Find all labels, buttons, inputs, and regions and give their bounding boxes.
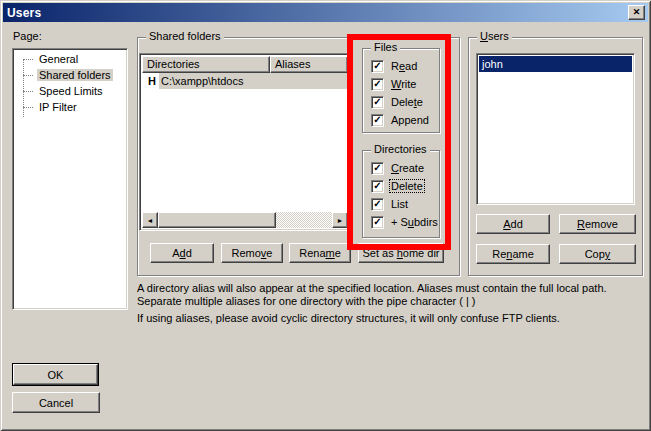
column-header-directories[interactable]: Directories [142, 56, 270, 73]
shared-folders-group-label: Shared folders [146, 30, 224, 42]
folder-rename-button[interactable]: Rename [289, 243, 351, 263]
directories-listview[interactable]: Directories Aliases H C:\xampp\htdocs ◄ … [139, 53, 351, 231]
user-copy-button[interactable]: Copy [559, 244, 636, 264]
users-dialog: Users ✕ Page: General Shared folders Spe… [0, 0, 651, 431]
checkbox-subdirs[interactable]: ✓ + Subdirs [363, 213, 439, 231]
checkbox-checked-icon: ✓ [371, 216, 384, 229]
alias-help-text: A directory alias will also appear at th… [137, 282, 645, 307]
files-group: Files ✓ Read ✓ Write ✓ Delete ✓ Append [362, 48, 440, 133]
user-remove-button[interactable]: Remove [559, 214, 636, 234]
checkbox-checked-icon: ✓ [371, 180, 384, 193]
close-button[interactable]: ✕ [628, 5, 645, 20]
user-rename-button[interactable]: Rename [476, 244, 550, 264]
directories-group: Directories ✓ Create ✓ Delete ✓ List ✓ +… [362, 150, 440, 238]
checkbox-checked-icon: ✓ [371, 78, 384, 91]
checkbox-create[interactable]: ✓ Create [363, 159, 439, 177]
users-group-label: Users [477, 30, 512, 42]
ok-button[interactable]: OK [12, 363, 99, 386]
scrollbar-track[interactable] [276, 212, 332, 228]
sidebar-item-speed-limits[interactable]: Speed Limits [15, 83, 125, 99]
close-icon: ✕ [633, 8, 641, 17]
user-list-item[interactable]: john [479, 56, 632, 72]
sidebar-item-shared-folders[interactable]: Shared folders [15, 67, 125, 83]
page-label: Page: [13, 30, 42, 42]
checkbox-dir-delete[interactable]: ✓ Delete [363, 177, 439, 195]
checkbox-append[interactable]: ✓ Append [363, 111, 439, 129]
scroll-left-button[interactable]: ◄ [142, 212, 158, 228]
user-add-button[interactable]: Add [476, 214, 550, 234]
page-tree: General Shared folders Speed Limits IP F… [12, 48, 128, 310]
cyclic-warning-text: If using aliases, please avoid cyclic di… [137, 312, 645, 325]
scroll-left-icon: ◄ [147, 217, 154, 224]
checkbox-write[interactable]: ✓ Write [363, 75, 439, 93]
sidebar-item-ip-filter[interactable]: IP Filter [15, 99, 125, 115]
tree-connector-stub [23, 107, 33, 108]
tree-connector-stub [23, 75, 33, 76]
directories-group-label: Directories [371, 143, 430, 155]
sidebar-item-general[interactable]: General [15, 51, 125, 67]
listview-empty-area[interactable] [142, 89, 348, 212]
tree-connector-stub [23, 59, 33, 60]
scrollbar-thumb[interactable] [158, 212, 276, 228]
checkbox-checked-icon: ✓ [371, 198, 384, 211]
checkbox-checked-icon: ✓ [371, 162, 384, 175]
window-title: Users [7, 6, 41, 20]
users-listbox[interactable]: john [476, 53, 635, 205]
checkbox-checked-icon: ✓ [371, 114, 384, 127]
scroll-right-icon: ► [337, 217, 344, 224]
cancel-button[interactable]: Cancel [12, 392, 100, 413]
directory-path: C:\xampp\htdocs [159, 73, 348, 89]
title-bar[interactable]: Users ✕ [3, 3, 648, 22]
checkbox-read[interactable]: ✓ Read [363, 57, 439, 75]
home-flag: H [142, 73, 159, 89]
checkbox-file-delete[interactable]: ✓ Delete [363, 93, 439, 111]
checkbox-checked-icon: ✓ [371, 60, 384, 73]
folder-remove-button[interactable]: Remove [221, 243, 283, 263]
horizontal-scrollbar[interactable]: ◄ ► [142, 212, 348, 228]
tree-connector-stub [23, 91, 33, 92]
checkbox-list[interactable]: ✓ List [363, 195, 439, 213]
column-header-aliases[interactable]: Aliases [270, 56, 348, 73]
folder-add-button[interactable]: Add [150, 243, 214, 263]
checkbox-checked-icon: ✓ [371, 96, 384, 109]
scroll-right-button[interactable]: ► [332, 212, 348, 228]
directory-row[interactable]: H C:\xampp\htdocs [142, 73, 348, 89]
files-group-label: Files [371, 41, 400, 53]
listview-header: Directories Aliases [142, 56, 348, 73]
set-as-home-dir-button[interactable]: Set as home dir [358, 243, 444, 263]
